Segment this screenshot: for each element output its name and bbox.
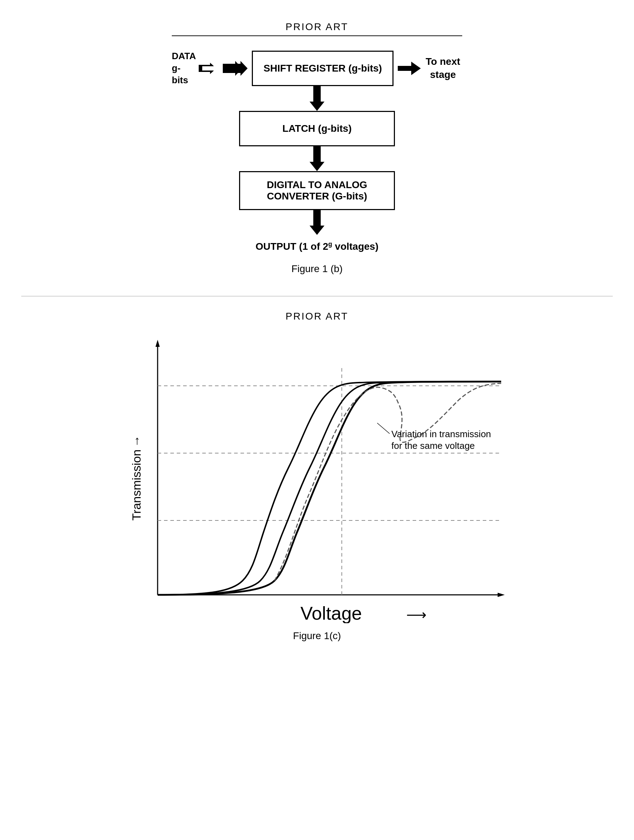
shift-to-latch-arrow xyxy=(306,86,328,111)
svg-line-20 xyxy=(377,423,390,434)
figure-1c-caption: Figure 1(c) xyxy=(293,630,341,642)
svg-text:for the same voltage: for the same voltage xyxy=(391,441,475,451)
svg-marker-3 xyxy=(228,61,248,76)
shift-register-row: DATA g-bits xyxy=(172,50,462,86)
svg-text:Voltage: Voltage xyxy=(300,603,362,623)
section-divider xyxy=(21,296,613,297)
transmission-axis-label: Transmission → xyxy=(129,435,144,520)
data-label: DATA g-bits xyxy=(172,50,196,86)
svg-marker-6 xyxy=(309,146,325,171)
page: PRIOR ART DATA g-bits xyxy=(0,0,634,840)
latch-to-dac-arrow xyxy=(306,146,328,171)
block-diagram: DATA g-bits xyxy=(172,50,462,253)
dac-to-output-arrow xyxy=(306,210,328,235)
prior-art-top-line xyxy=(172,35,462,36)
data-input-arrow xyxy=(199,61,220,76)
double-arrow-icon xyxy=(223,60,248,77)
diagram-section: PRIOR ART DATA g-bits xyxy=(21,14,613,292)
output-label: OUTPUT (1 of 2g voltages) xyxy=(255,240,378,252)
svg-marker-4 xyxy=(398,62,421,75)
svg-marker-11 xyxy=(498,593,505,597)
shift-register-output-arrow xyxy=(398,60,421,77)
chart-svg: Voltage ⟶ Variation in transmission for … xyxy=(122,333,512,623)
dac-box: DIGITAL TO ANALOG CONVERTER (G-bits) xyxy=(239,171,395,210)
to-next-stage-label: To next stage xyxy=(424,55,462,81)
svg-text:Variation in transmission: Variation in transmission xyxy=(391,429,491,439)
svg-marker-7 xyxy=(309,210,325,235)
chart-section: PRIOR ART Transmission → xyxy=(21,311,613,642)
svg-marker-5 xyxy=(309,86,325,111)
figure-1b-caption: Figure 1 (b) xyxy=(292,263,343,275)
chart-wrapper: Transmission → xyxy=(122,333,512,623)
svg-marker-9 xyxy=(156,340,160,347)
latch-box: LATCH (g-bits) xyxy=(239,111,395,146)
svg-text:⟶: ⟶ xyxy=(406,607,426,622)
prior-art-top-label: PRIOR ART xyxy=(285,21,348,33)
shift-register-box: SHIFT REGISTER (g-bits) xyxy=(252,51,394,86)
prior-art-bottom-label: PRIOR ART xyxy=(285,311,348,322)
